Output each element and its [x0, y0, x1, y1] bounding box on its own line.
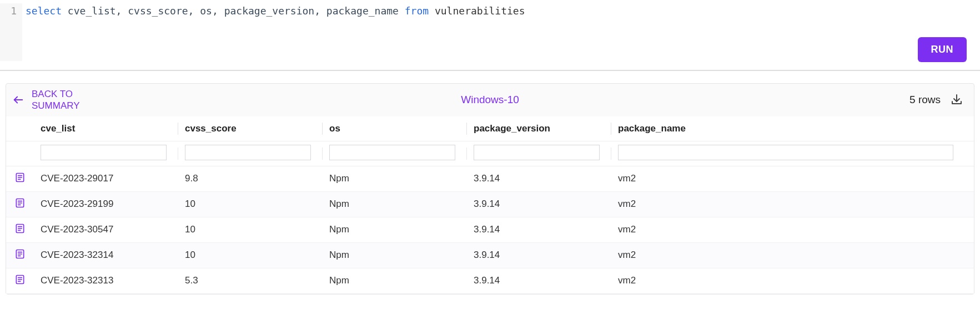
sql-keyword-from: from [405, 5, 429, 17]
sql-table: vulnerabilities [429, 5, 525, 17]
cell-os: Npm [323, 242, 467, 268]
arrow-left-icon [12, 93, 25, 106]
cell-cve-list: CVE-2023-32314 [34, 242, 178, 268]
cell-cve-list: CVE-2023-30547 [34, 217, 178, 242]
cell-package-name: vm2 [611, 217, 974, 242]
cell-package-version: 3.9.14 [467, 166, 611, 191]
sql-keyword-select: select [26, 5, 62, 17]
row-detail-icon[interactable] [14, 248, 26, 260]
row-detail-icon[interactable] [14, 197, 26, 209]
col-header-package-name[interactable]: package_name [611, 116, 974, 141]
cell-cvss-score: 10 [178, 242, 323, 268]
filter-package-version[interactable] [474, 145, 600, 160]
table-row: CVE-2023-3054710Npm3.9.14vm2 [6, 217, 974, 242]
table-row: CVE-2023-3231410Npm3.9.14vm2 [6, 242, 974, 268]
sql-line[interactable]: select cve_list, cvss_score, os, package… [22, 3, 525, 61]
cell-package-name: vm2 [611, 242, 974, 268]
table-row: CVE-2023-2919910Npm3.9.14vm2 [6, 191, 974, 217]
code-editor[interactable]: 1 select cve_list, cvss_score, os, packa… [0, 0, 980, 61]
col-header-os[interactable]: os [323, 116, 467, 141]
cell-cvss-score: 5.3 [178, 268, 323, 293]
back-label-line2: SUMMARY [32, 100, 80, 111]
back-label-line1: BACK TO [32, 88, 80, 100]
cell-cvss-score: 10 [178, 217, 323, 242]
col-header-cvss-score[interactable]: cvss_score [178, 116, 323, 141]
cell-os: Npm [323, 191, 467, 217]
row-detail-icon[interactable] [14, 274, 26, 285]
editor-gutter: 1 [0, 3, 22, 61]
cell-package-name: vm2 [611, 191, 974, 217]
cell-package-name: vm2 [611, 166, 974, 191]
col-header-cve-list[interactable]: cve_list [34, 116, 178, 141]
cell-package-version: 3.9.14 [467, 242, 611, 268]
download-icon[interactable] [949, 93, 964, 107]
cell-os: Npm [323, 166, 467, 191]
cell-package-version: 3.9.14 [467, 217, 611, 242]
filter-icon-cell [6, 141, 34, 166]
cell-cve-list: CVE-2023-29199 [34, 191, 178, 217]
row-detail-icon[interactable] [14, 172, 26, 183]
cell-os: Npm [323, 217, 467, 242]
sql-columns: cve_list, cvss_score, os, package_versio… [62, 5, 405, 17]
cell-package-name: vm2 [611, 268, 974, 293]
filter-row [6, 141, 974, 166]
row-detail-icon[interactable] [14, 223, 26, 234]
query-editor-panel: 1 select cve_list, cvss_score, os, packa… [0, 0, 980, 71]
cell-cvss-score: 10 [178, 191, 323, 217]
cell-cve-list: CVE-2023-29017 [34, 166, 178, 191]
filter-cvss-score[interactable] [185, 145, 311, 160]
cell-cve-list: CVE-2023-32313 [34, 268, 178, 293]
cell-cvss-score: 9.8 [178, 166, 323, 191]
results-title: Windows-10 [461, 94, 519, 106]
results-table: cve_list cvss_score os package_version p… [6, 116, 974, 294]
filter-cve-list[interactable] [41, 145, 167, 160]
table-row: CVE-2023-290179.8Npm3.9.14vm2 [6, 166, 974, 191]
table-row: CVE-2023-323135.3Npm3.9.14vm2 [6, 268, 974, 293]
header-row: cve_list cvss_score os package_version p… [6, 116, 974, 141]
cell-package-version: 3.9.14 [467, 268, 611, 293]
cell-os: Npm [323, 268, 467, 293]
results-header: BACK TO SUMMARY Windows-10 5 rows [6, 84, 974, 116]
header-icon-col [6, 116, 34, 141]
filter-package-name[interactable] [618, 145, 953, 160]
results-table-wrap: cve_list cvss_score os package_version p… [6, 116, 974, 294]
line-number: 1 [11, 5, 17, 17]
filter-os[interactable] [329, 145, 455, 160]
run-button[interactable]: RUN [918, 37, 967, 62]
row-count-label: 5 rows [909, 94, 941, 106]
results-panel: BACK TO SUMMARY Windows-10 5 rows cve_li… [6, 83, 974, 294]
col-header-package-version[interactable]: package_version [467, 116, 611, 141]
back-to-summary-link[interactable]: BACK TO SUMMARY [12, 88, 80, 112]
cell-package-version: 3.9.14 [467, 191, 611, 217]
